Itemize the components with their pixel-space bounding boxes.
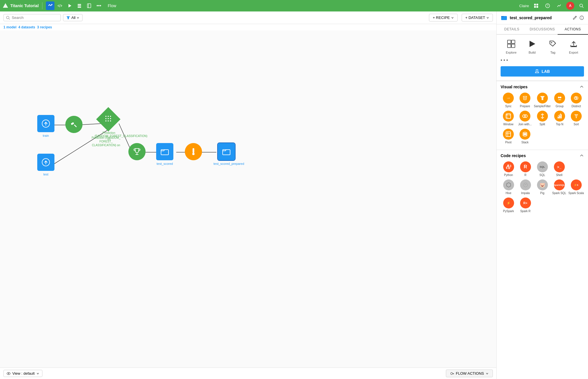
code-collapse-icon[interactable] [579,153,584,158]
explore-action[interactable]: Explore [506,39,516,54]
svg-marker-91 [507,183,511,187]
navbar-sep-1 [42,2,42,9]
recipe-sql[interactable]: SQL SQL [534,161,550,177]
svg-rect-9 [536,4,538,5]
train-box[interactable] [37,115,54,132]
test-scored-box[interactable] [156,143,173,160]
recipe-hive[interactable]: Hive [501,179,516,195]
deploy-tool-btn[interactable] [75,1,84,10]
recipe-pivot[interactable]: Pivot [501,129,516,144]
avatar[interactable]: A [566,2,574,10]
search-box[interactable] [3,14,61,21]
lab-button[interactable]: LAB [501,66,584,77]
recipe-join[interactable]: Join with... [517,111,533,126]
prediction-node[interactable]: Prediction (RANDOM_FOREST_CLASSIFICATION… [100,111,118,129]
recipe-pig[interactable]: 🐷 Pig [534,179,550,195]
recipe-spark-r[interactable]: R+ Spark R [518,198,533,213]
sql-label: SQL [539,173,545,177]
notebook-tool-btn[interactable] [85,1,93,10]
svg-point-45 [192,153,195,155]
collapse-icon[interactable] [579,85,584,89]
recipe-sample-filter[interactable]: Sample/Filter [534,93,551,108]
recipe-r[interactable]: R R [518,161,533,177]
search-input[interactable] [12,15,52,20]
trophy-icon [133,147,141,156]
recipe1-node[interactable] [65,116,83,133]
flow-actions-button[interactable]: FLOW ACTIONS [446,370,493,377]
help-icon[interactable]: ? [543,1,552,10]
trends-icon[interactable] [555,1,563,10]
recipe1-circle[interactable] [65,116,83,133]
winner-node[interactable] [128,143,146,160]
action-icons-row: Explore Build Tag [501,39,584,54]
svg-line-53 [575,17,576,17]
recipe-group[interactable]: Group [552,93,567,108]
search-icon-nav[interactable] [577,1,586,10]
recipe-sync[interactable]: → Sync [501,93,516,108]
recipe-distinct[interactable]: Distinct [569,93,584,108]
tab-discussions[interactable]: DISCUSSIONS [527,24,557,34]
test-box[interactable] [37,154,54,171]
test-node[interactable]: test [37,154,54,176]
edit-icon[interactable] [573,15,577,20]
model-count[interactable]: 1 model [3,25,16,29]
recipe-spark-scala[interactable]: ⚡S Spark Scala [568,179,584,195]
brush-circle[interactable] [185,143,202,160]
info-icon[interactable]: i [579,15,584,20]
window-label: Window [503,123,513,126]
dataset-count[interactable]: 4 datasets [18,25,35,29]
app-logo [2,3,9,9]
recipe-pyspark[interactable]: ⚡ PySpark [501,198,516,213]
run-tool-btn[interactable] [65,1,74,10]
build-action[interactable]: Build [527,39,537,54]
sync-icon: → [503,93,514,103]
svg-rect-74 [506,116,508,118]
top-n-label: Top N [556,123,563,126]
spark-sql-label: Spark SQL [552,192,566,195]
sort-label: Sort [574,123,579,126]
navbar-right: Claire ? A [519,1,586,10]
add-recipe-button[interactable]: + RECIPE [429,14,458,22]
spark-scala-icon: ⚡S [571,179,582,190]
svg-point-31 [108,116,109,117]
grid-icon[interactable] [532,1,540,10]
more-tool-btn[interactable]: ••• [95,1,103,10]
recipe-shell[interactable]: >_ Shell [551,161,567,177]
test-scored-prepared-box[interactable] [218,143,235,160]
recipe-impala[interactable]: Impala [518,179,533,195]
build-label: Build [529,51,536,54]
tag-action[interactable]: Tag [548,39,558,54]
add-dataset-button[interactable]: + DATASET [462,14,493,22]
svg-line-29 [75,125,76,127]
export-action[interactable]: Export [569,39,579,54]
svg-point-1 [51,4,52,5]
filter-button[interactable]: All [63,14,83,21]
main-layout: All + RECIPE + DATASET 1 model 4 dataset… [0,11,588,379]
recipe-sort[interactable]: Sort [569,111,584,126]
recipe-prepare[interactable]: Prepare [517,93,533,108]
code-tool-btn[interactable] [56,1,64,10]
recipe-count[interactable]: 3 recipes [37,25,52,29]
trophy-circle[interactable] [128,143,146,160]
recipe-spark-sql[interactable]: SparkSQL Spark SQL [551,179,567,195]
test-scored-node[interactable]: test_scored [156,143,173,165]
recipe-stack[interactable]: Stack [517,129,533,144]
test-label: test [43,173,48,176]
tab-actions[interactable]: ACTIONS [558,24,588,35]
spark-sql-icon: SparkSQL [554,179,565,190]
test-scored-prepared-node[interactable]: test_scored_prepared [213,143,239,165]
sort-icon [571,111,582,122]
tab-details[interactable]: DETAILS [497,24,527,34]
recipe-window[interactable]: Window [501,111,516,126]
view-select-button[interactable]: View : default [3,370,42,377]
prediction-diamond[interactable] [96,107,121,132]
recipe-split[interactable]: Split [534,111,551,126]
brush-icon [189,148,197,156]
svg-point-68 [560,97,561,98]
flow-tool-btn[interactable] [46,1,54,10]
recipe-top-n[interactable]: Top N [552,111,567,126]
train-node[interactable]: train [37,115,54,137]
brush-node[interactable] [185,143,202,160]
pig-icon: 🐷 [537,179,548,190]
recipe-python[interactable]: Python [501,161,516,177]
